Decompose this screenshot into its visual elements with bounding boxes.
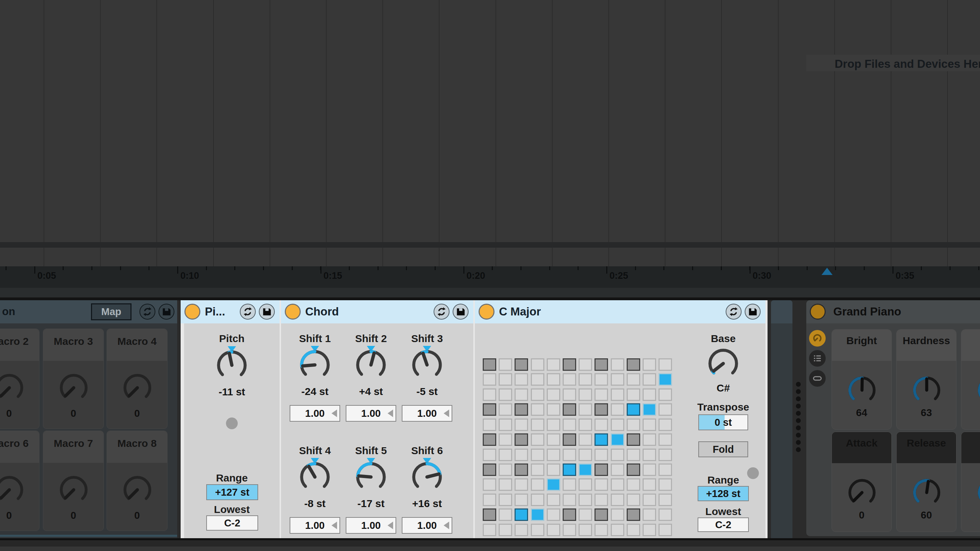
scale-grid-cell[interactable] (547, 433, 560, 446)
velocity-ratio-box[interactable]: 1.00 (346, 405, 396, 422)
scale-grid-cell[interactable] (547, 494, 560, 506)
scale-grid-cell[interactable] (611, 373, 624, 386)
scale-grid-cell[interactable] (547, 508, 560, 521)
scale-grid-cell[interactable] (643, 478, 656, 491)
ratio-drag-arrow-icon[interactable] (331, 522, 337, 529)
scale-grid-cell[interactable] (627, 508, 640, 521)
scale-grid-cell[interactable] (643, 433, 656, 446)
time-ruler[interactable]: 0:050:100:150:200:250:300:35 (0, 266, 980, 288)
macro-knob[interactable] (976, 375, 980, 405)
scale-grid-cell[interactable] (499, 373, 512, 386)
scale-grid-cell[interactable] (579, 403, 592, 416)
scale-grid-cell[interactable] (563, 449, 576, 461)
scale-grid-cell[interactable] (595, 388, 608, 401)
velocity-ratio-box[interactable]: 1.00 (290, 517, 340, 534)
scale-grid-cell[interactable] (531, 403, 544, 416)
macro-knob[interactable] (976, 477, 980, 508)
arrangement-area[interactable]: Drop Files and Devices Here (0, 0, 980, 266)
device-on-toggle[interactable] (810, 304, 826, 319)
scale-grid-cell[interactable] (579, 373, 592, 386)
scale-grid-cell[interactable] (627, 524, 640, 536)
scale-device-header[interactable]: C Major (475, 300, 765, 323)
collapsed-device-panel[interactable] (771, 300, 792, 538)
scale-grid-cell[interactable] (579, 419, 592, 431)
scale-grid-cell[interactable] (611, 388, 624, 401)
macro-knob[interactable] (912, 477, 942, 508)
grand-piano-header[interactable]: Grand Piano (806, 300, 980, 323)
scale-grid-cell[interactable] (499, 524, 512, 536)
scale-grid-cell[interactable] (611, 464, 624, 476)
scale-grid-cell[interactable] (547, 403, 560, 416)
scale-grid-cell[interactable] (627, 494, 640, 506)
fold-button[interactable]: Fold (698, 441, 748, 457)
hot-swap-icon[interactable] (434, 304, 450, 319)
scale-grid-cell[interactable] (547, 449, 560, 461)
macro-knob[interactable] (0, 372, 25, 403)
scale-grid-cell[interactable] (499, 449, 512, 461)
scale-grid-cell[interactable] (515, 388, 528, 401)
scale-grid-cell[interactable] (531, 433, 544, 446)
macro-knob[interactable] (847, 375, 877, 405)
scale-grid-cell[interactable] (499, 508, 512, 521)
scale-grid-cell[interactable] (483, 464, 496, 476)
scale-grid-cell[interactable] (627, 478, 640, 491)
hot-swap-icon[interactable] (240, 304, 256, 319)
scale-grid-cell[interactable] (595, 524, 608, 536)
scale-grid-cell[interactable] (515, 373, 528, 386)
scale-grid-cell[interactable] (643, 524, 656, 536)
scale-grid-cell[interactable] (659, 388, 672, 401)
pitch-knob[interactable] (215, 349, 248, 382)
pitch-device-header[interactable]: Pi... (181, 300, 280, 323)
macro-knob[interactable] (912, 375, 942, 405)
velocity-ratio-box[interactable]: 1.00 (346, 517, 396, 534)
scale-grid-cell[interactable] (499, 419, 512, 431)
scale-grid-cell[interactable] (595, 373, 608, 386)
scale-grid-cell[interactable] (499, 478, 512, 491)
save-preset-icon[interactable] (745, 304, 760, 319)
ratio-drag-arrow-icon[interactable] (444, 410, 449, 417)
save-preset-icon[interactable] (259, 304, 275, 319)
scale-grid-cell[interactable] (579, 388, 592, 401)
scale-grid-cell[interactable] (611, 433, 624, 446)
velocity-ratio-box[interactable]: 1.00 (402, 517, 452, 534)
scale-grid-cell[interactable] (611, 508, 624, 521)
scale-grid-cell[interactable] (643, 449, 656, 461)
scale-grid-cell[interactable] (563, 508, 576, 521)
scale-grid-cell[interactable] (595, 419, 608, 431)
scale-grid-cell[interactable] (611, 403, 624, 416)
show-chain-list-button[interactable] (809, 350, 826, 367)
scale-grid-cell[interactable] (499, 494, 512, 506)
scale-grid-cell[interactable] (643, 403, 656, 416)
scale-grid-cell[interactable] (659, 494, 672, 506)
scale-grid-cell[interactable] (595, 494, 608, 506)
scale-grid-cell[interactable] (531, 494, 544, 506)
macro-knob[interactable] (122, 474, 153, 505)
scale-grid-cell[interactable] (563, 464, 576, 476)
range-value-box[interactable]: +127 st (206, 484, 258, 500)
scale-grid-cell[interactable] (595, 449, 608, 461)
device-on-toggle[interactable] (185, 304, 200, 319)
scale-grid-cell[interactable] (659, 373, 672, 386)
scale-grid-cell[interactable] (659, 524, 672, 536)
scale-grid-cell[interactable] (563, 403, 576, 416)
scale-grid-cell[interactable] (499, 358, 512, 371)
scale-grid-cell[interactable] (595, 433, 608, 446)
scale-grid-cell[interactable] (515, 403, 528, 416)
shift-knob[interactable] (410, 460, 444, 494)
scale-grid-cell[interactable] (547, 419, 560, 431)
scale-grid-cell[interactable] (563, 419, 576, 431)
scale-grid-cell[interactable] (579, 508, 592, 521)
scale-grid-cell[interactable] (563, 478, 576, 491)
device-on-toggle[interactable] (285, 304, 301, 319)
scale-grid-cell[interactable] (579, 464, 592, 476)
scale-grid-cell[interactable] (531, 358, 544, 371)
scale-grid-cell[interactable] (531, 449, 544, 461)
shift-knob[interactable] (354, 348, 388, 381)
scale-grid-cell[interactable] (483, 524, 496, 536)
macro-knob[interactable] (122, 372, 153, 403)
scale-grid-cell[interactable] (659, 464, 672, 476)
scale-grid-cell[interactable] (659, 449, 672, 461)
scale-grid-cell[interactable] (547, 358, 560, 371)
velocity-ratio-box[interactable]: 1.00 (290, 405, 340, 422)
scale-grid-cell[interactable] (531, 464, 544, 476)
